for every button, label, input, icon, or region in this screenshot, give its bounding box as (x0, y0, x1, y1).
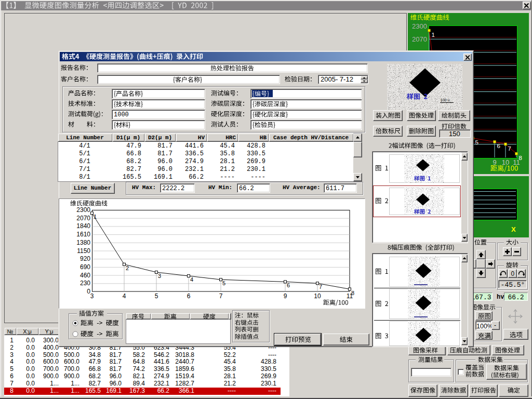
svg-text:6: 6 (497, 143, 500, 149)
svg-text:6: 6 (287, 282, 290, 288)
svg-text:5: 5 (475, 139, 478, 145)
svg-text:2: 2 (126, 265, 129, 271)
svg-text:7: 7 (508, 145, 511, 152)
svg-text:4: 4 (190, 276, 193, 283)
svg-text:3: 3 (158, 273, 161, 279)
svg-text:8: 8 (351, 290, 354, 296)
svg-text:5: 5 (222, 280, 225, 286)
svg-text:1: 1 (432, 32, 435, 38)
svg-text:7: 7 (319, 284, 322, 290)
svg-text:1: 1 (94, 214, 97, 220)
